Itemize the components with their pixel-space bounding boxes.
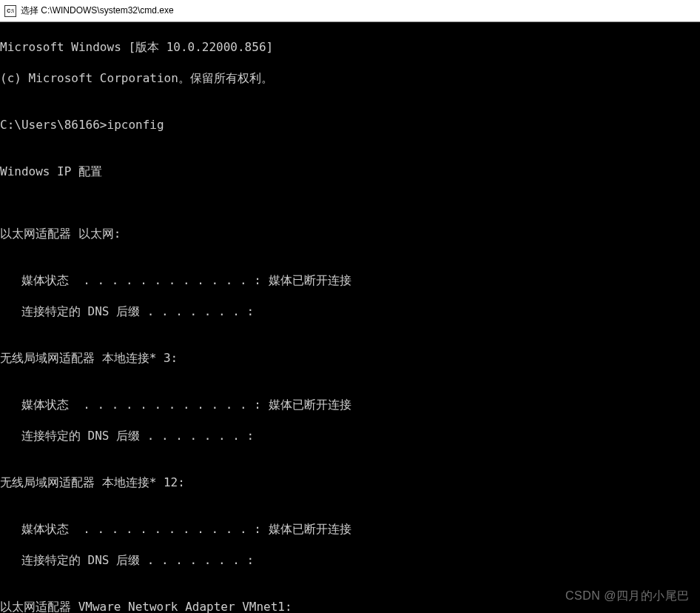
- window-titlebar[interactable]: C:\ 选择 C:\WINDOWS\system32\cmd.exe: [0, 0, 700, 22]
- cmd-icon: C:\: [4, 5, 16, 17]
- output-line: Microsoft Windows [版本 10.0.22000.856]: [0, 39, 700, 55]
- output-line: 媒体状态 . . . . . . . . . . . . : 媒体已断开连接: [0, 272, 700, 288]
- adapter-header: 以太网适配器 VMware Network Adapter VMnet1:: [0, 599, 700, 613]
- prompt-line: C:\Users\86166>ipconfig: [0, 117, 700, 133]
- output-line: Windows IP 配置: [0, 164, 700, 179]
- output-line: 连接特定的 DNS 后缀 . . . . . . . :: [0, 552, 700, 568]
- window-title: 选择 C:\WINDOWS\system32\cmd.exe: [21, 4, 174, 17]
- adapter-header: 无线局域网适配器 本地连接* 3:: [0, 350, 700, 366]
- output-line: (c) Microsoft Corporation。保留所有权利。: [0, 70, 700, 86]
- output-line: 连接特定的 DNS 后缀 . . . . . . . :: [0, 428, 700, 443]
- output-line: 媒体状态 . . . . . . . . . . . . : 媒体已断开连接: [0, 397, 700, 412]
- adapter-header: 以太网适配器 以太网:: [0, 226, 700, 241]
- output-line: 连接特定的 DNS 后缀 . . . . . . . :: [0, 304, 700, 319]
- terminal-output[interactable]: Microsoft Windows [版本 10.0.22000.856] (c…: [0, 22, 700, 613]
- output-line: 媒体状态 . . . . . . . . . . . . : 媒体已断开连接: [0, 521, 700, 537]
- adapter-header: 无线局域网适配器 本地连接* 12:: [0, 475, 700, 490]
